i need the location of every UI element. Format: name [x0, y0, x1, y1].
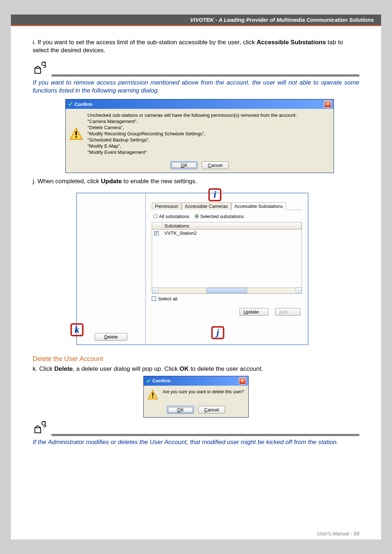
row-label: VVTK_Station2 [162, 230, 199, 237]
tab-permission[interactable]: Permission [152, 202, 181, 210]
tabs: Permission Accessible Cameras Accessible… [152, 202, 302, 210]
step-i-prefix: i. If you want to set the access limit o… [33, 39, 257, 46]
msg-line: "Scheduled Backup Settings", [87, 137, 297, 143]
close-icon[interactable]: × [239, 377, 246, 385]
warning-icon [69, 127, 83, 141]
step-k-mid: , a delete user dialog will pop up. Clic… [73, 365, 180, 372]
cancel-button[interactable]: Cancel [198, 406, 225, 414]
radio-selected-label: Selected substations [200, 214, 244, 219]
horizontal-scrollbar[interactable]: ‹ › [152, 287, 302, 294]
step-i-bold: Accessible Substations [257, 39, 326, 46]
svg-rect-2 [75, 131, 77, 135]
radio-all-substations[interactable]: All substations [153, 214, 189, 219]
close-icon[interactable]: × [324, 100, 331, 108]
dialog-title-text: Confirm [152, 378, 171, 383]
dialog-body: Unchecked sub-stations or cameras will h… [66, 109, 334, 159]
step-k-prefix: k. Click [33, 365, 54, 372]
radio-group: All substations Selected substations [153, 214, 302, 219]
ok-button[interactable]: OK [167, 406, 194, 414]
marker-i: i [208, 188, 221, 201]
note-icon [33, 420, 49, 435]
note-block-1: If you want to remove access permission … [33, 61, 359, 95]
header-title: VIVOTEK - A Leading Provider of Multimed… [190, 17, 374, 23]
scroll-right-icon[interactable]: › [295, 288, 302, 293]
page-content: i. If you want to set the access limit o… [11, 26, 381, 452]
substations-table: Substations VVTK_Station2 ‹ › [152, 222, 302, 294]
panel-left: Delete [77, 193, 146, 344]
msg-line: "Camera Management", [87, 119, 297, 125]
substations-panel: i j k Delete Permission Accessible Camer… [76, 193, 309, 345]
select-all-checkbox[interactable] [152, 296, 156, 301]
dialog-titlebar[interactable]: Confirm × [144, 376, 248, 386]
table-row[interactable]: VVTK_Station2 [152, 230, 302, 237]
note-2-text: If the Administrator modifies or deletes… [33, 438, 359, 446]
select-all-row[interactable]: Select all [152, 296, 302, 301]
marker-j: j [211, 326, 224, 339]
step-i-text: i. If you want to set the access limit o… [33, 38, 359, 54]
confirm-dialog-1: Confirm × Unchecked sub-stations or came… [65, 99, 334, 173]
dialog-message: Are you sure you want to delete this use… [163, 389, 244, 400]
radio-selected-substations[interactable]: Selected substations [195, 214, 244, 219]
cancel-button[interactable]: Cancel [202, 161, 229, 169]
msg-line: "Modify Recording Group/Recording Schedu… [87, 131, 297, 137]
warning-icon [147, 389, 158, 400]
tab-accessible-cameras[interactable]: Accessible Cameras [181, 202, 231, 210]
panel-buttons: Update Add [152, 308, 302, 316]
document-page: VIVOTEK - A Leading Provider of Multimed… [11, 15, 381, 539]
dialog-message: Unchecked sub-stations or cameras will h… [87, 112, 297, 155]
dialog-buttons: OK Cancel [144, 404, 248, 417]
note-icon [33, 61, 49, 75]
table-header: Substations [152, 222, 302, 230]
dialog-titlebar[interactable]: Confirm × [66, 99, 334, 109]
step-k-text: k. Click Delete, a delete user dialog wi… [33, 365, 359, 373]
scroll-thumb[interactable] [207, 288, 247, 293]
dialog-check-icon [146, 378, 151, 383]
page-header: VIVOTEK - A Leading Provider of Multimed… [11, 15, 381, 25]
confirm-dialog-2: Confirm × Are you sure you want to delet… [143, 376, 249, 418]
step-k-bold1: Delete [54, 365, 73, 372]
note-block-2: If the Administrator modifies or deletes… [33, 420, 359, 446]
msg-line: Unchecked sub-stations or cameras will h… [87, 112, 297, 119]
svg-rect-6 [152, 397, 154, 398]
dialog-title-text: Confirm [74, 102, 93, 107]
panel-right: Permission Accessible Cameras Accessible… [146, 193, 308, 344]
row-checkbox[interactable] [154, 231, 159, 235]
step-k-suffix: to delete the user account. [189, 365, 263, 372]
dialog-check-icon [68, 102, 73, 107]
update-button[interactable]: Update [240, 308, 269, 316]
step-k-bold2: OK [179, 365, 189, 372]
svg-rect-3 [75, 136, 77, 138]
radio-all-label: All substations [159, 214, 189, 219]
msg-line: "Delete Camera", [87, 125, 297, 131]
svg-rect-5 [152, 393, 154, 396]
note-rule [52, 74, 359, 77]
delete-button[interactable]: Delete [95, 333, 127, 341]
step-j-bold: Update [101, 178, 122, 185]
step-j-text: j. When completed, click Update to enabl… [33, 177, 359, 185]
step-j-prefix: j. When completed, click [33, 178, 101, 185]
marker-k: k [70, 323, 83, 336]
note-1-text: If you want to remove access permission … [33, 79, 359, 95]
add-button[interactable]: Add [275, 308, 301, 316]
select-all-label: Select all [158, 296, 177, 301]
scroll-left-icon[interactable]: ‹ [152, 288, 158, 293]
step-j-suffix: to enable the new settings. [122, 178, 197, 185]
dialog-body: Are you sure you want to delete this use… [144, 386, 248, 404]
th-substations: Substations [162, 222, 302, 229]
section-delete-heading: Delete the User Account [33, 355, 359, 363]
tab-accessible-substations[interactable]: Accessible Substations [231, 202, 286, 210]
dialog-buttons: OK Cancel [66, 159, 334, 173]
msg-line: "Modify E-Map", [87, 143, 297, 149]
page-footer: User's Manual - 69 [317, 531, 359, 537]
note-rule [52, 434, 359, 436]
ok-button[interactable]: OK [171, 161, 197, 169]
msg-line: "Modify Event Management" [87, 149, 297, 156]
